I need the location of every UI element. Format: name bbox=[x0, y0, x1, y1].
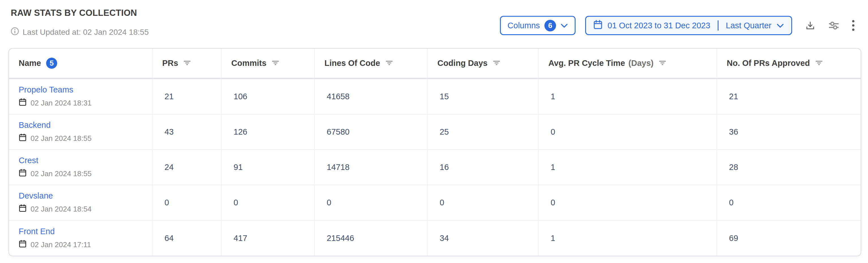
column-label: No. Of PRs Approved bbox=[727, 59, 810, 68]
column-label: PRs bbox=[162, 59, 178, 68]
commits-cell: 91 bbox=[222, 150, 315, 185]
coding-days-cell: 25 bbox=[428, 114, 539, 149]
chevron-down-icon bbox=[561, 21, 568, 30]
coding-days-cell: 0 bbox=[428, 185, 539, 220]
date-range-picker[interactable]: 01 Oct 2023 to 31 Dec 2023 Last Quarter bbox=[585, 16, 792, 35]
coding-days-cell: 16 bbox=[428, 150, 539, 185]
columns-button-label: Columns bbox=[507, 21, 540, 30]
collection-link[interactable]: Devslane bbox=[19, 191, 53, 200]
prs-cell: 43 bbox=[153, 114, 222, 149]
prs-cell: 0 bbox=[153, 185, 222, 220]
avg-pr-cycle-cell: 1 bbox=[539, 79, 717, 114]
kebab-menu-icon[interactable] bbox=[851, 20, 855, 31]
collection-name-cell: Crest 02 Jan 2024 18:55 bbox=[9, 150, 153, 185]
calendar-icon bbox=[19, 169, 27, 179]
last-updated-text: Last Updated at: 02 Jan 2024 18:55 bbox=[23, 28, 149, 37]
column-header-prs[interactable]: PRs bbox=[153, 48, 222, 78]
collection-name-cell: Devslane 02 Jan 2024 18:54 bbox=[9, 185, 153, 220]
table-row: Crest 02 Jan 2024 18:55 24 91 14718 16 1… bbox=[9, 150, 861, 185]
column-label-suffix: (Days) bbox=[628, 59, 654, 68]
calendar-icon bbox=[19, 98, 27, 108]
commits-cell: 126 bbox=[222, 114, 315, 149]
commits-cell: 106 bbox=[222, 79, 315, 114]
column-header-name[interactable]: Name 5 bbox=[9, 48, 153, 78]
calendar-icon bbox=[19, 239, 27, 250]
prs-cell: 64 bbox=[153, 221, 222, 256]
column-label: Name bbox=[19, 59, 41, 68]
prs-cell: 21 bbox=[153, 79, 222, 114]
name-count-badge: 5 bbox=[46, 58, 57, 69]
columns-dropdown-button[interactable]: Columns 6 bbox=[500, 16, 576, 35]
date-preset-label[interactable]: Last Quarter bbox=[726, 21, 771, 30]
last-updated-line: Last Updated at: 02 Jan 2024 18:55 bbox=[11, 27, 149, 37]
column-label: Commits bbox=[231, 59, 267, 68]
row-updated-text: 02 Jan 2024 18:54 bbox=[31, 205, 91, 213]
column-label: Avg. PR Cycle Time bbox=[548, 59, 625, 68]
prs-approved-cell: 69 bbox=[717, 221, 861, 256]
toolbar: Columns 6 01 Oct 2023 to 31 Dec 2023 Las… bbox=[500, 16, 855, 35]
column-header-prs-approved[interactable]: No. Of PRs Approved bbox=[717, 48, 861, 78]
column-label: Coding Days bbox=[437, 59, 488, 68]
lines-of-code-cell: 67580 bbox=[315, 114, 428, 149]
column-label: Lines Of Code bbox=[324, 59, 380, 68]
row-updated-text: 02 Jan 2024 18:55 bbox=[31, 134, 91, 143]
prs-approved-cell: 0 bbox=[717, 185, 861, 220]
commits-cell: 0 bbox=[222, 185, 315, 220]
row-updated: 02 Jan 2024 18:31 bbox=[19, 98, 91, 108]
filter-icon[interactable] bbox=[493, 58, 500, 68]
filter-icon[interactable] bbox=[385, 58, 393, 68]
row-updated: 02 Jan 2024 18:55 bbox=[19, 169, 91, 179]
filter-icon[interactable] bbox=[183, 58, 191, 68]
coding-days-cell: 15 bbox=[428, 79, 539, 114]
column-header-lines-of-code[interactable]: Lines Of Code bbox=[315, 48, 428, 78]
date-picker-divider bbox=[718, 20, 718, 31]
table-header-row: Name 5 PRs Commits Lines Of Code Coding … bbox=[9, 48, 861, 79]
date-range-text: 01 Oct 2023 to 31 Dec 2023 bbox=[608, 21, 710, 30]
filter-icon[interactable] bbox=[815, 58, 823, 68]
page-title: RAW STATS BY COLLECTION bbox=[11, 8, 149, 18]
calendar-icon bbox=[593, 20, 602, 31]
column-header-coding-days[interactable]: Coding Days bbox=[428, 48, 539, 78]
row-updated: 02 Jan 2024 17:11 bbox=[19, 239, 91, 250]
table-row: Devslane 02 Jan 2024 18:54 0 0 0 0 0 0 bbox=[9, 185, 861, 221]
page-header: RAW STATS BY COLLECTION Last Updated at:… bbox=[11, 8, 149, 37]
prs-approved-cell: 36 bbox=[717, 114, 861, 149]
sliders-icon[interactable] bbox=[828, 20, 840, 31]
collection-link[interactable]: Propelo Teams bbox=[19, 85, 73, 94]
row-updated: 02 Jan 2024 18:55 bbox=[19, 133, 91, 144]
columns-count-badge: 6 bbox=[545, 20, 556, 31]
prs-approved-cell: 21 bbox=[717, 79, 861, 114]
filter-icon[interactable] bbox=[658, 58, 666, 68]
chevron-down-icon bbox=[777, 21, 784, 30]
calendar-icon bbox=[19, 204, 27, 215]
info-icon bbox=[11, 27, 19, 37]
coding-days-cell: 34 bbox=[428, 221, 539, 256]
table-row: Front End 02 Jan 2024 17:11 64 417 21544… bbox=[9, 221, 861, 256]
collection-link[interactable]: Backend bbox=[19, 121, 51, 130]
collection-name-cell: Front End 02 Jan 2024 17:11 bbox=[9, 221, 153, 256]
row-updated-text: 02 Jan 2024 18:55 bbox=[31, 169, 91, 178]
avg-pr-cycle-cell: 1 bbox=[539, 150, 717, 185]
download-icon[interactable] bbox=[805, 20, 816, 31]
filter-icon[interactable] bbox=[272, 58, 279, 68]
lines-of-code-cell: 41658 bbox=[315, 79, 428, 114]
collection-link[interactable]: Crest bbox=[19, 156, 38, 165]
toolbar-icon-group bbox=[805, 20, 855, 31]
collection-name-cell: Propelo Teams 02 Jan 2024 18:31 bbox=[9, 79, 153, 114]
collection-name-cell: Backend 02 Jan 2024 18:55 bbox=[9, 114, 153, 149]
avg-pr-cycle-cell: 0 bbox=[539, 185, 717, 220]
stats-table: Name 5 PRs Commits Lines Of Code Coding … bbox=[8, 48, 861, 256]
collection-link[interactable]: Front End bbox=[19, 227, 55, 236]
row-updated: 02 Jan 2024 18:54 bbox=[19, 204, 91, 215]
prs-approved-cell: 28 bbox=[717, 150, 861, 185]
prs-cell: 24 bbox=[153, 150, 222, 185]
table-row: Backend 02 Jan 2024 18:55 43 126 67580 2… bbox=[9, 114, 861, 150]
calendar-icon bbox=[19, 133, 27, 144]
avg-pr-cycle-cell: 0 bbox=[539, 114, 717, 149]
lines-of-code-cell: 215446 bbox=[315, 221, 428, 256]
avg-pr-cycle-cell: 1 bbox=[539, 221, 717, 256]
lines-of-code-cell: 14718 bbox=[315, 150, 428, 185]
column-header-avg-pr-cycle-time[interactable]: Avg. PR Cycle Time (Days) bbox=[539, 48, 717, 78]
row-updated-text: 02 Jan 2024 18:31 bbox=[31, 99, 91, 107]
column-header-commits[interactable]: Commits bbox=[222, 48, 315, 78]
